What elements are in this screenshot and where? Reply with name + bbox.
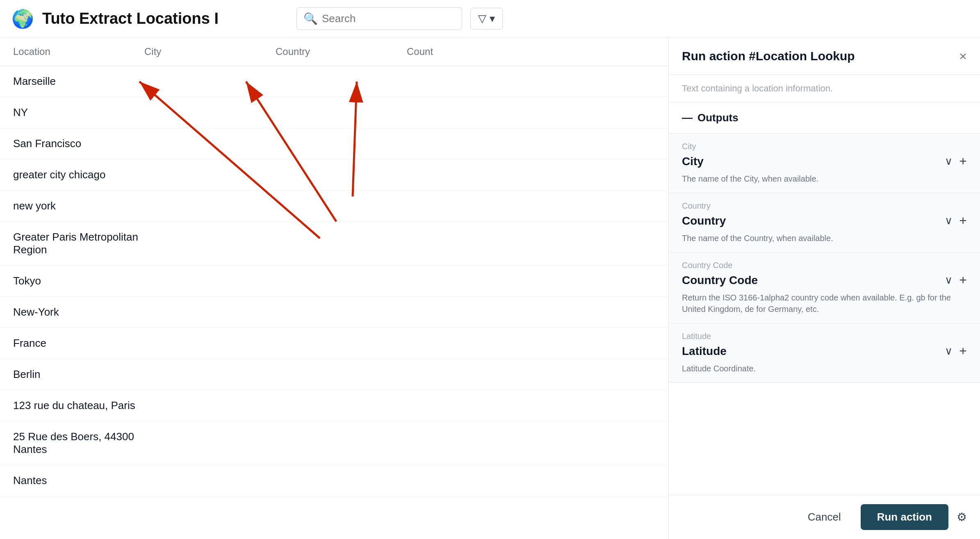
city-plus-button[interactable]: +	[959, 154, 967, 169]
cell-location: greater city chicago	[13, 168, 144, 181]
cell-location: Berlin	[13, 368, 144, 381]
main-content: Location City Country Count Marseille NY…	[0, 38, 980, 539]
output-label-country-code: Country Code	[682, 261, 967, 270]
table-row[interactable]: Berlin	[0, 359, 668, 390]
col-country: Country	[276, 46, 407, 57]
latitude-chevron-button[interactable]: ∨	[945, 345, 953, 357]
panel-title: Run action #Location Lookup	[682, 49, 855, 63]
latitude-plus-button[interactable]: +	[959, 343, 967, 359]
search-icon: 🔍	[303, 12, 318, 25]
table-row[interactable]: France	[0, 328, 668, 359]
cell-location: New-York	[13, 306, 144, 318]
cell-location: 25 Rue des Boers, 44300 Nantes	[13, 430, 144, 456]
cell-location: France	[13, 337, 144, 350]
output-label-country: Country	[682, 201, 967, 211]
outputs-section: — Outputs City City ∨ + The name of the …	[669, 102, 980, 495]
country-code-chevron-button[interactable]: ∨	[945, 274, 953, 287]
settings-button[interactable]: ⚙	[957, 510, 967, 524]
cancel-button[interactable]: Cancel	[796, 505, 852, 529]
output-item-country-code: Country Code Country Code ∨ + Return the…	[669, 252, 980, 323]
country-plus-button[interactable]: +	[959, 213, 967, 228]
outputs-label: Outputs	[697, 111, 738, 124]
search-input[interactable]	[322, 12, 455, 25]
output-value-country: Country	[682, 214, 726, 227]
output-item-city: City City ∨ + The name of the City, when…	[669, 134, 980, 193]
cell-location: new york	[13, 200, 144, 212]
table-row[interactable]: new york	[0, 191, 668, 222]
output-value-latitude: Latitude	[682, 345, 727, 358]
col-city: City	[144, 46, 276, 57]
table-row[interactable]: 123 rue du chateau, Paris	[0, 390, 668, 421]
page-title: Tuto Extract Locations I	[42, 10, 288, 27]
city-chevron-button[interactable]: ∨	[945, 155, 953, 168]
table-area: Location City Country Count Marseille NY…	[0, 38, 668, 539]
globe-icon: 🌍	[11, 10, 34, 28]
output-value-city: City	[682, 155, 704, 168]
filter-dropdown-icon: ▾	[490, 12, 495, 25]
cell-location: Greater Paris Metropolitan Region	[13, 231, 144, 256]
panel-header: Run action #Location Lookup ×	[669, 38, 980, 75]
output-desc-city: The name of the City, when available.	[682, 173, 967, 184]
right-panel: Run action #Location Lookup × Text conta…	[668, 38, 980, 539]
table-row[interactable]: Marseille	[0, 66, 668, 97]
cell-location: Marseille	[13, 75, 144, 88]
table-body: Marseille NY San Francisco greater city …	[0, 66, 668, 496]
output-item-latitude: Latitude Latitude ∨ + Latitude Coordinat…	[669, 323, 980, 383]
table-row[interactable]: Greater Paris Metropolitan Region	[0, 222, 668, 266]
output-desc-country-code: Return the ISO 3166-1alpha2 country code…	[682, 292, 967, 315]
table-row[interactable]: San Francisco	[0, 128, 668, 159]
output-value-country-code: Country Code	[682, 274, 758, 287]
cell-location: Nantes	[13, 474, 144, 487]
table-row[interactable]: greater city chicago	[0, 159, 668, 191]
cell-location: Tokyo	[13, 275, 144, 287]
table-row[interactable]: Nantes	[0, 465, 668, 496]
panel-footer: Cancel Run action ⚙	[669, 495, 980, 539]
outputs-header: — Outputs	[669, 102, 980, 134]
col-count: Count	[407, 46, 489, 57]
country-chevron-button[interactable]: ∨	[945, 214, 953, 227]
output-label-city: City	[682, 142, 967, 151]
country-code-plus-button[interactable]: +	[959, 273, 967, 288]
collapse-icon: —	[682, 111, 693, 124]
table-row[interactable]: Tokyo	[0, 266, 668, 297]
cell-location: San Francisco	[13, 137, 144, 150]
search-bar: 🔍	[296, 7, 462, 30]
filter-icon: ▽	[478, 12, 486, 25]
output-item-country: Country Country ∨ + The name of the Coun…	[669, 193, 980, 252]
panel-subtitle: Text containing a location information.	[669, 75, 980, 102]
table-row[interactable]: New-York	[0, 297, 668, 328]
run-action-button[interactable]: Run action	[861, 504, 948, 530]
output-label-latitude: Latitude	[682, 332, 967, 341]
filter-button[interactable]: ▽ ▾	[470, 8, 503, 30]
header: 🌍 Tuto Extract Locations I 🔍 ▽ ▾	[0, 0, 980, 38]
table-row[interactable]: 25 Rue des Boers, 44300 Nantes	[0, 421, 668, 465]
cell-location: NY	[13, 106, 144, 119]
table-row[interactable]: NY	[0, 97, 668, 128]
output-desc-latitude: Latitude Coordinate.	[682, 363, 967, 374]
cell-location: 123 rue du chateau, Paris	[13, 399, 144, 412]
output-desc-country: The name of the Country, when available.	[682, 232, 967, 244]
close-button[interactable]: ×	[959, 50, 967, 63]
col-location: Location	[13, 46, 144, 57]
table-header: Location City Country Count	[0, 38, 668, 66]
